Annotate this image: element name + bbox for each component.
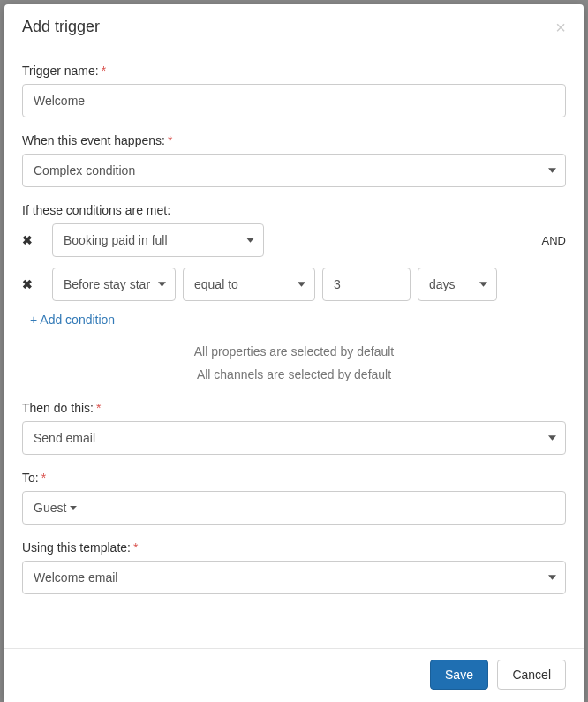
add-condition-link[interactable]: + Add condition: [30, 313, 115, 327]
info-channels: All channels are selected by default: [22, 367, 566, 381]
template-group: Using this template:* Welcome email: [22, 540, 566, 594]
condition-field-select[interactable]: Booking paid in full: [52, 223, 264, 257]
caret-down-icon: [70, 506, 77, 510]
required-mark: *: [96, 401, 101, 415]
required-mark: *: [168, 133, 172, 147]
modal-title: Add trigger: [22, 18, 100, 36]
and-label: AND: [538, 234, 566, 247]
required-mark: *: [102, 64, 106, 78]
trigger-name-input[interactable]: [22, 84, 566, 117]
save-button[interactable]: Save: [430, 660, 488, 690]
to-value: Guest: [34, 501, 66, 515]
template-label: Using this template:*: [22, 540, 566, 555]
conditions-group: If these conditions are met: ✖ Booking p…: [22, 203, 566, 381]
close-icon[interactable]: ×: [555, 19, 566, 36]
info-properties: All properties are selected by default: [22, 344, 566, 359]
event-group: When this event happens:* Complex condit…: [22, 133, 566, 187]
condition-row: ✖ Before stay starts equal to days: [22, 268, 566, 301]
condition-row: ✖ Booking paid in full AND: [22, 223, 566, 257]
action-select[interactable]: Send email: [22, 421, 566, 455]
to-dropdown[interactable]: Guest: [22, 491, 566, 525]
condition-unit-select[interactable]: days: [418, 268, 497, 301]
to-group: To:* Guest: [22, 471, 566, 525]
condition-when-select[interactable]: Before stay starts: [52, 268, 176, 301]
modal-body: Trigger name:* When this event happens:*…: [4, 49, 584, 648]
modal-header: Add trigger ×: [4, 4, 584, 49]
required-mark: *: [41, 471, 46, 485]
event-select[interactable]: Complex condition: [22, 154, 566, 187]
trigger-name-label: Trigger name:*: [22, 64, 566, 78]
action-label: Then do this:*: [22, 401, 566, 415]
action-group: Then do this:* Send email: [22, 401, 566, 455]
condition-operator-select[interactable]: equal to: [183, 268, 315, 301]
conditions-label: If these conditions are met:: [22, 203, 566, 217]
required-mark: *: [133, 540, 138, 555]
condition-number-input[interactable]: [322, 268, 411, 301]
condition-controls: Before stay starts equal to days: [52, 268, 529, 301]
template-select[interactable]: Welcome email: [22, 561, 566, 594]
info-block: All properties are selected by default A…: [22, 344, 566, 381]
to-label: To:*: [22, 471, 566, 485]
remove-condition-icon[interactable]: ✖: [22, 233, 43, 247]
condition-controls: Booking paid in full: [52, 223, 529, 257]
cancel-button[interactable]: Cancel: [497, 660, 566, 690]
remove-condition-icon[interactable]: ✖: [22, 277, 43, 291]
add-trigger-modal: Add trigger × Trigger name:* When this e…: [4, 4, 584, 702]
trigger-name-group: Trigger name:*: [22, 64, 566, 117]
conditions-list: ✖ Booking paid in full AND ✖ Before stay…: [22, 223, 566, 301]
modal-footer: Save Cancel: [4, 648, 584, 702]
event-label: When this event happens:*: [22, 133, 566, 147]
